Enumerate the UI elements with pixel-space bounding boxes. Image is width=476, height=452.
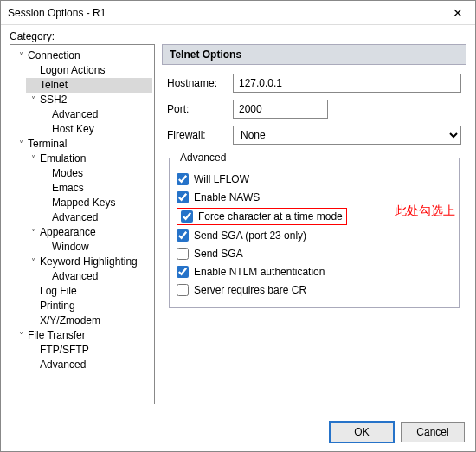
tree-item-telnet[interactable]: Telnet [26,78,152,93]
tree-label: Advanced [52,210,98,225]
highlight-box: Force character at a time mode [177,208,347,225]
checkbox-force-char[interactable] [181,210,193,223]
chevron-down-icon[interactable]: ˅ [28,255,38,269]
firewall-select[interactable]: None [233,126,461,145]
tree-item-logon-actions[interactable]: Logon Actions [26,63,152,78]
tree-item-xyzmodem[interactable]: X/Y/Zmodem [26,313,152,328]
tree-label: Host Key [52,122,94,137]
tree-label: Appearance [40,225,96,240]
right-panel: Telnet Options Hostname: Port: Firewall:… [162,44,466,404]
category-label: Category: [10,30,466,42]
port-input[interactable] [233,100,328,119]
chevron-down-icon[interactable]: ˅ [28,152,38,166]
tree-item-appearance[interactable]: ˅ Appearance [26,225,152,240]
tree-item-connection[interactable]: ˅ Connection [14,48,152,63]
panel-title: Telnet Options [162,44,466,65]
label-bare-cr[interactable]: Server requires bare CR [194,282,306,298]
tree-item-log-file[interactable]: Log File [26,284,152,299]
hostname-label: Hostname: [167,77,233,89]
tree-item-window[interactable]: Window [38,240,152,255]
port-label: Port: [167,103,233,115]
row-send-sga23: Send SGA (port 23 only) [177,228,452,243]
close-icon: ✕ [453,6,463,20]
close-button[interactable]: ✕ [441,1,475,25]
tree-label: Mapped Keys [52,196,115,210]
titlebar: Session Options - R1 ✕ [1,1,475,25]
tree-label: Connection [28,48,80,63]
tree-item-keyword-advanced[interactable]: Advanced [38,269,152,284]
advanced-group: Advanced Will LFLOW Enable NAWS [169,152,460,308]
tree-label: Logon Actions [40,63,105,78]
firewall-label: Firewall: [167,129,233,141]
tree-item-terminal[interactable]: ˅ Terminal [14,137,152,152]
telnet-form: Hostname: Port: Firewall: None [162,65,466,308]
chevron-down-icon[interactable]: ˅ [16,328,26,343]
category-tree[interactable]: ˅ Connection Logon Actions Telnet ˅ SSH2 [10,44,155,404]
label-enable-ntlm[interactable]: Enable NTLM authentication [194,264,325,280]
tree-item-emacs[interactable]: Emacs [38,181,152,196]
tree-label: Modes [52,166,83,181]
tree-label: X/Y/Zmodem [40,313,100,328]
dialog-footer: OK Cancel [1,413,475,451]
checkbox-send-sga23[interactable] [177,229,189,242]
tree-item-emulation-advanced[interactable]: Advanced [38,210,152,225]
window-title: Session Options - R1 [8,7,106,19]
tree-label: Advanced [52,107,98,122]
chevron-down-icon[interactable]: ˅ [28,225,38,240]
label-enable-naws[interactable]: Enable NAWS [194,190,260,205]
tree-label: Emulation [40,152,86,166]
tree-label: Keyword Highlighting [40,255,138,269]
advanced-legend: Advanced [177,152,229,164]
checkbox-bare-cr[interactable] [177,284,189,296]
checkbox-enable-naws[interactable] [177,191,189,203]
tree-label: Emacs [52,181,84,196]
tree-item-printing[interactable]: Printing [26,299,152,313]
tree-label: Log File [40,284,77,299]
tree-label: Window [52,240,89,255]
row-send-sga: Send SGA [177,246,452,262]
tree-item-emulation[interactable]: ˅ Emulation [26,152,152,166]
cancel-button[interactable]: Cancel [401,422,465,442]
session-options-dialog: Session Options - R1 ✕ Category: ˅ Conne… [0,0,476,452]
label-send-sga[interactable]: Send SGA [194,246,243,262]
tree-label: Printing [40,299,75,313]
tree-item-ftp-sftp[interactable]: FTP/SFTP [26,343,152,358]
tree-label: File Transfer [28,328,86,343]
label-will-lflow[interactable]: Will LFLOW [194,171,249,187]
port-row: Port: [167,100,461,119]
tree-item-ft-advanced[interactable]: Advanced [26,358,152,372]
label-send-sga23[interactable]: Send SGA (port 23 only) [194,228,306,243]
chevron-down-icon[interactable]: ˅ [16,48,26,63]
hostname-row: Hostname: [167,74,461,93]
tree-label: Advanced [40,358,86,372]
row-enable-ntlm: Enable NTLM authentication [177,264,452,280]
checkbox-enable-ntlm[interactable] [177,266,189,278]
tree-label: FTP/SFTP [40,343,89,358]
tree-item-modes[interactable]: Modes [38,166,152,181]
tree-label: Telnet [40,78,68,93]
tree-item-keyword-highlighting[interactable]: ˅ Keyword Highlighting [26,255,152,269]
annotation-text: 此处勾选上 [395,203,455,219]
checkbox-will-lflow[interactable] [177,173,189,185]
firewall-row: Firewall: None [167,126,461,145]
tree-label: Terminal [28,137,67,152]
tree-item-file-transfer[interactable]: ˅ File Transfer [14,328,152,343]
chevron-down-icon[interactable]: ˅ [16,137,26,152]
tree-item-ssh2[interactable]: ˅ SSH2 [26,93,152,107]
ok-button[interactable]: OK [330,422,394,442]
tree-item-mapped-keys[interactable]: Mapped Keys [38,196,152,210]
chevron-down-icon[interactable]: ˅ [28,93,38,107]
dialog-body: Category: ˅ Connection Logon Actions Tel… [1,25,475,413]
label-force-char[interactable]: Force character at a time mode [198,209,343,224]
row-will-lflow: Will LFLOW [177,171,452,187]
tree-item-ssh2-advanced[interactable]: Advanced [38,107,152,122]
row-bare-cr: Server requires bare CR [177,282,452,298]
tree-label: SSH2 [40,93,67,107]
hostname-input[interactable] [233,74,461,93]
checkbox-send-sga[interactable] [177,248,189,260]
tree-label: Advanced [52,269,98,284]
tree-item-host-key[interactable]: Host Key [38,122,152,137]
main-row: ˅ Connection Logon Actions Telnet ˅ SSH2 [10,44,466,404]
